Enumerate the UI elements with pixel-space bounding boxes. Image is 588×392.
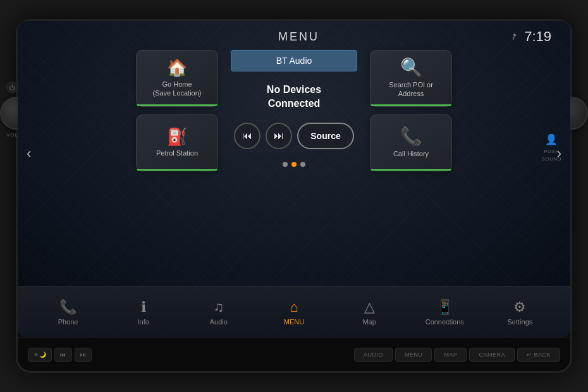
right-button-group: AUDIO MENU MAP CAMERA ↩ BACK xyxy=(354,348,560,362)
nav-arrow-right[interactable]: › xyxy=(552,140,567,167)
settings-nav-icon: ⚙ xyxy=(513,299,526,315)
phone-nav-label: Phone xyxy=(58,318,78,326)
connected-phone-icon: ↗ xyxy=(508,30,520,43)
map-nav-icon: △ xyxy=(364,299,375,315)
media-controls: ⏮ ⏭ Source xyxy=(234,123,354,149)
nav-item-settings[interactable]: ⚙ Settings xyxy=(494,299,545,326)
petrol-icon: ⛽ xyxy=(167,128,187,145)
back-physical-button[interactable]: ↩ BACK xyxy=(517,348,560,362)
nav-item-info[interactable]: ℹ Info xyxy=(118,299,169,326)
connections-nav-icon: 📱 xyxy=(436,299,453,315)
settings-nav-label: Settings xyxy=(508,318,533,326)
home-icon: 🏠 xyxy=(167,59,187,76)
left-nav-tiles: 🏠 Go Home (Save Location) ⛽ Petrol Stati… xyxy=(136,50,218,171)
nav-item-map[interactable]: △ Map xyxy=(344,299,395,326)
main-screen: MENU ↗ 7:19 ‹ › 👤 PUSH SOUND 🏠 Go Home xyxy=(18,21,570,286)
no-devices-text: No Devices Connected xyxy=(267,83,321,111)
menu-nav-icon: ⌂ xyxy=(290,299,298,315)
source-button[interactable]: Source xyxy=(297,123,354,149)
center-media-panel: BT Audio No Devices Connected ⏮ ⏭ Source xyxy=(231,50,357,167)
screen-header: MENU ↗ 7:19 xyxy=(18,21,570,50)
audio-physical-button[interactable]: AUDIO xyxy=(354,348,393,362)
nav-item-menu[interactable]: ⌂ MENU xyxy=(269,299,319,326)
left-button-group: ☀🌙 ⏮ ⏭ xyxy=(28,348,92,362)
camera-physical-button[interactable]: CAMERA xyxy=(469,348,515,362)
search-poi-tile[interactable]: 🔍 Search POI or Address xyxy=(370,50,452,107)
search-poi-label: Search POI or Address xyxy=(389,80,433,99)
menu-nav-label: MENU xyxy=(284,318,304,326)
map-physical-button[interactable]: MAP xyxy=(434,348,467,362)
call-icon: 📞 xyxy=(400,128,422,145)
main-content-area: 🏠 Go Home (Save Location) ⛽ Petrol Stati… xyxy=(18,50,570,286)
info-nav-label: Info xyxy=(138,318,149,326)
nav-item-phone[interactable]: 📞 Phone xyxy=(43,299,94,326)
phone-nav-icon: 📞 xyxy=(59,299,77,315)
page-dot-2[interactable] xyxy=(291,162,297,167)
next-track-button[interactable]: ⏭ xyxy=(75,348,92,362)
next-button[interactable]: ⏭ xyxy=(266,123,292,149)
call-history-tile[interactable]: 📞 Call History xyxy=(370,114,452,171)
menu-physical-button[interactable]: MENU xyxy=(395,348,432,362)
search-icon: 🔍 xyxy=(400,59,422,77)
go-home-tile[interactable]: 🏠 Go Home (Save Location) xyxy=(136,50,218,107)
nav-item-audio[interactable]: ♫ Audio xyxy=(193,299,244,326)
nav-item-connections[interactable]: 📱 Connections xyxy=(419,299,470,326)
vol-label: VOL xyxy=(6,132,18,138)
prev-track-button[interactable]: ⏮ xyxy=(54,348,72,362)
header-right: ↗ 7:19 xyxy=(510,28,551,45)
clock-display: 7:19 xyxy=(524,28,551,45)
power-button[interactable]: ⏻ xyxy=(6,82,18,93)
right-nav-tiles: 🔍 Search POI or Address 📞 Call History xyxy=(370,50,452,171)
map-nav-label: Map xyxy=(362,318,376,326)
menu-title: MENU xyxy=(278,30,319,44)
audio-nav-icon: ♫ xyxy=(214,299,224,315)
info-nav-icon: ℹ xyxy=(141,299,146,315)
physical-buttons-row: ☀🌙 ⏮ ⏭ AUDIO MENU MAP CAMERA ↩ BACK xyxy=(18,337,570,371)
bottom-navigation: 📞 Phone ℹ Info ♫ Audio ⌂ MENU △ Map 📱 Co… xyxy=(18,286,570,337)
petrol-station-tile[interactable]: ⛽ Petrol Station xyxy=(136,114,218,171)
bt-audio-label: BT Audio xyxy=(276,56,312,66)
day-night-button[interactable]: ☀🌙 xyxy=(28,348,52,362)
audio-nav-label: Audio xyxy=(210,318,228,326)
page-dot-1[interactable] xyxy=(283,162,288,167)
bt-audio-bar[interactable]: BT Audio xyxy=(231,50,357,71)
petrol-station-label: Petrol Station xyxy=(156,149,198,157)
connections-nav-label: Connections xyxy=(426,318,464,326)
go-home-label: Go Home (Save Location) xyxy=(152,80,201,98)
prev-button[interactable]: ⏮ xyxy=(234,123,260,149)
page-dot-3[interactable] xyxy=(300,162,305,167)
call-history-label: Call History xyxy=(393,149,429,158)
page-dots xyxy=(283,162,305,167)
nav-arrow-left[interactable]: ‹ xyxy=(21,140,36,167)
